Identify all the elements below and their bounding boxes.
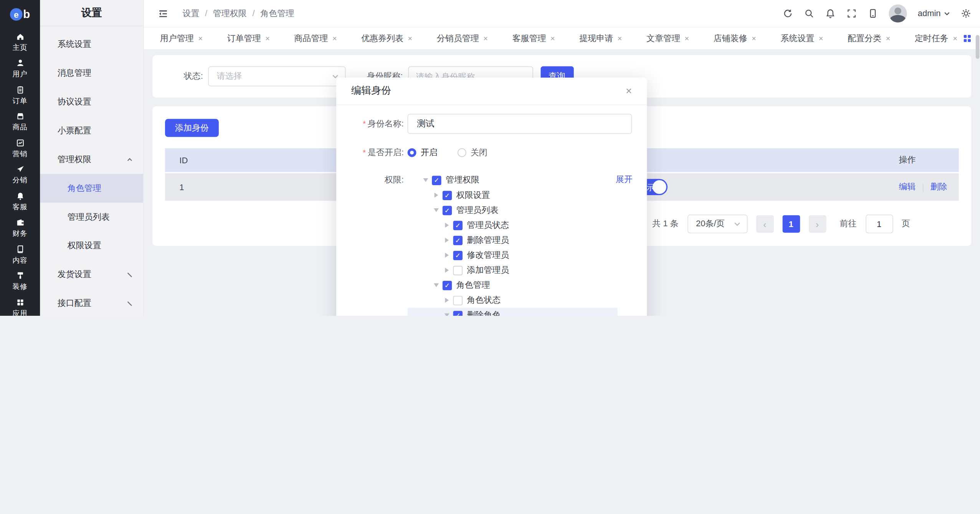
sidebar-item-接口配置[interactable]: 接口配置: [40, 289, 143, 316]
tab-文章管理[interactable]: 文章管理×: [646, 33, 689, 44]
breadcrumb-segment[interactable]: 设置: [182, 8, 199, 19]
tab-订单管理[interactable]: 订单管理×: [227, 33, 270, 44]
gear-icon[interactable]: [961, 8, 972, 19]
sidebar-item-管理权限[interactable]: 管理权限: [40, 145, 143, 174]
rail-item-apps[interactable]: 应用: [0, 295, 40, 316]
tree-caret-icon[interactable]: [431, 205, 441, 215]
collapse-sidebar-icon[interactable]: [157, 8, 169, 19]
tab-分销员管理[interactable]: 分销员管理×: [437, 33, 488, 44]
breadcrumb-segment[interactable]: 管理权限: [213, 8, 247, 19]
tree-checkbox[interactable]: ✓: [443, 206, 452, 215]
expand-all-link[interactable]: 展开: [616, 174, 633, 185]
sidebar-item-消息管理[interactable]: 消息管理: [40, 59, 143, 88]
tab-close-icon[interactable]: ×: [265, 34, 270, 43]
user-avatar[interactable]: [889, 4, 907, 22]
tree-checkbox[interactable]: ✓: [453, 250, 463, 260]
radio-on[interactable]: 开启: [408, 147, 438, 158]
rail-item-home[interactable]: 主页: [0, 29, 40, 55]
next-page-button[interactable]: ›: [808, 215, 826, 233]
tree-node-修改管理员[interactable]: ✓ 修改管理员: [408, 248, 618, 263]
tab-店铺装修[interactable]: 店铺装修×: [714, 33, 756, 44]
tree-caret-icon[interactable]: [421, 175, 431, 185]
tree-caret-icon[interactable]: [442, 310, 452, 316]
goto-page-input[interactable]: [865, 215, 893, 234]
tree-node-添加管理员[interactable]: 添加管理员: [408, 263, 618, 278]
tab-用户管理[interactable]: 用户管理×: [160, 33, 203, 44]
rail-item-decorate[interactable]: 装修: [0, 268, 40, 295]
tree-caret-icon[interactable]: [431, 190, 441, 200]
tree-node-角色状态[interactable]: 角色状态: [408, 293, 618, 308]
tree-checkbox[interactable]: [453, 295, 463, 305]
tree-caret-icon[interactable]: [442, 265, 452, 275]
tree-node-删除管理员[interactable]: ✓ 删除管理员: [408, 233, 618, 248]
rail-item-goods[interactable]: 商品: [0, 109, 40, 135]
tab-客服管理[interactable]: 客服管理×: [512, 33, 555, 44]
tree-caret-icon[interactable]: [442, 295, 452, 305]
tab-提现申请[interactable]: 提现申请×: [579, 33, 622, 44]
tree-caret-icon[interactable]: [431, 280, 441, 290]
close-icon[interactable]: ×: [626, 86, 632, 96]
tree-node-角色管理[interactable]: ✓ 角色管理: [408, 278, 618, 293]
current-page-button[interactable]: 1: [782, 215, 800, 233]
sidebar-item-发货设置[interactable]: 发货设置: [40, 260, 143, 289]
radio-off[interactable]: 关闭: [458, 147, 488, 158]
search-icon[interactable]: [804, 8, 815, 19]
bell-icon[interactable]: [825, 8, 836, 19]
mobile-icon[interactable]: [868, 8, 878, 19]
breadcrumb-segment[interactable]: 角色管理: [260, 8, 294, 19]
tree-caret-icon[interactable]: [442, 250, 452, 260]
tab-close-icon[interactable]: ×: [618, 34, 622, 43]
tree-caret-icon[interactable]: [442, 220, 452, 230]
sidebar-item-协议设置[interactable]: 协议设置: [40, 88, 143, 116]
tab-系统设置[interactable]: 系统设置×: [780, 33, 823, 44]
tree-node-管埋权限[interactable]: ✓ 管埋权限: [408, 172, 618, 187]
sidebar-item-角色管理[interactable]: 角色管理: [40, 174, 143, 203]
refresh-icon[interactable]: [783, 8, 793, 19]
tab-close-icon[interactable]: ×: [752, 34, 756, 43]
tree-checkbox[interactable]: ✓: [443, 280, 452, 290]
rail-item-finance[interactable]: 财务: [0, 215, 40, 241]
scrollbar-thumb[interactable]: [976, 35, 980, 59]
tab-close-icon[interactable]: ×: [550, 34, 555, 43]
rail-item-order[interactable]: 订单: [0, 82, 40, 108]
rail-item-service[interactable]: 客服: [0, 188, 40, 215]
tab-close-icon[interactable]: ×: [886, 34, 891, 43]
rail-item-marketing[interactable]: 营销: [0, 135, 40, 162]
sidebar-item-系统设置[interactable]: 系统设置: [40, 30, 143, 59]
edit-link[interactable]: 编辑: [899, 181, 916, 192]
tab-close-icon[interactable]: ×: [953, 34, 957, 43]
status-select[interactable]: 请选择: [208, 66, 345, 86]
tree-node-删除角色[interactable]: ✓ 删除角色: [408, 308, 618, 316]
sidebar-item-管理员列表[interactable]: 管理员列表: [40, 203, 143, 232]
tab-close-icon[interactable]: ×: [819, 34, 823, 43]
delete-link[interactable]: 删除: [930, 181, 947, 192]
tab-定时任务[interactable]: 定时任务×: [915, 33, 957, 44]
tree-node-管理员列表[interactable]: ✓ 管理员列表: [408, 203, 618, 218]
tree-checkbox[interactable]: ✓: [453, 310, 463, 316]
tree-checkbox[interactable]: ✓: [432, 176, 441, 185]
tab-配置分类[interactable]: 配置分类×: [848, 33, 890, 44]
tree-caret-icon[interactable]: [442, 235, 452, 245]
tree-checkbox[interactable]: ✓: [453, 235, 463, 245]
tree-checkbox[interactable]: ✓: [453, 221, 463, 230]
tabs-menu-icon[interactable]: [963, 35, 971, 43]
sidebar-item-权限设置[interactable]: 权限设置: [40, 231, 143, 260]
rail-item-content[interactable]: 内容: [0, 242, 40, 268]
tab-close-icon[interactable]: ×: [332, 34, 337, 43]
sidebar-item-小票配置[interactable]: 小票配置: [40, 116, 143, 145]
identity-name-input[interactable]: [408, 114, 632, 134]
tab-close-icon[interactable]: ×: [684, 34, 689, 43]
fullscreen-icon[interactable]: [846, 8, 857, 19]
rail-item-user[interactable]: 用户: [0, 55, 40, 82]
tree-checkbox[interactable]: [453, 265, 463, 275]
tab-close-icon[interactable]: ×: [408, 34, 412, 43]
tab-close-icon[interactable]: ×: [483, 34, 488, 43]
tab-优惠券列表[interactable]: 优惠券列表×: [361, 33, 412, 44]
rail-item-distribution[interactable]: 分销: [0, 162, 40, 188]
tab-商品管理[interactable]: 商品管理×: [294, 33, 337, 44]
user-menu[interactable]: admin: [918, 9, 950, 18]
prev-page-button[interactable]: ‹: [756, 215, 773, 233]
page-size-select[interactable]: 20条/页: [687, 215, 747, 234]
tree-node-管理员状态[interactable]: ✓ 管理员状态: [408, 218, 618, 233]
app-logo[interactable]: e b: [0, 0, 40, 29]
